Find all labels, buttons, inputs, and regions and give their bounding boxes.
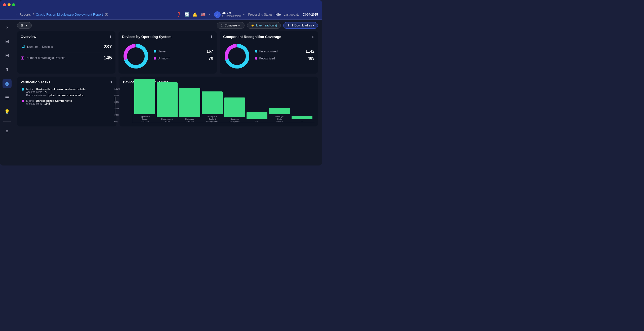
- bar-other: [292, 116, 312, 119]
- close-button[interactable]: [3, 3, 6, 6]
- component-coverage-donut: [223, 42, 251, 70]
- legend-dot-cyan: [154, 50, 156, 53]
- bell-icon[interactable]: 🔔: [192, 12, 197, 17]
- component-coverage-title: Component Recognition Coverage: [223, 35, 314, 39]
- help-icon[interactable]: ❓: [176, 12, 181, 17]
- bar-label-6: Java: [255, 120, 259, 123]
- overview-devices-value: 237: [103, 44, 112, 50]
- breadcrumb-separator: /: [33, 13, 34, 16]
- bar-label-1: ApplicationServerProducts: [140, 115, 150, 123]
- bar-weblogic-suite: [269, 108, 290, 114]
- info-icon[interactable]: ⓘ: [105, 12, 108, 17]
- sidebar-item-insights[interactable]: 💡: [3, 107, 12, 116]
- y-label-80: 80%: [114, 94, 120, 97]
- chevron-down-icon[interactable]: ▼: [209, 13, 211, 16]
- breadcrumb-parent[interactable]: Reports: [19, 13, 31, 16]
- title-bar: [0, 0, 322, 10]
- task-dot-pink: [22, 100, 24, 102]
- legend-dot-pink: [154, 57, 156, 60]
- maximize-button[interactable]: [12, 3, 15, 6]
- bar-col-8: ...: [292, 116, 312, 123]
- main-content: ⊟ ▼ ⊙ Compare → ⚡ Live (read only) ⬇ ⬇ D…: [14, 20, 322, 166]
- compare-button[interactable]: ⊙ Compare →: [217, 22, 245, 29]
- legend-item-recognized: Recognized 489: [255, 56, 314, 61]
- y-label-20: 20%: [114, 114, 120, 116]
- last-update-date: 03-04-2025: [303, 13, 318, 16]
- weblogic-icon: ⊞: [21, 55, 24, 61]
- bar-enterprise-content: [202, 91, 223, 114]
- toolbar-actions: ⊙ Compare → ⚡ Live (read only) ⬇ ⬇ Downl…: [217, 22, 318, 29]
- bar-col-4: EnterpriseContentManagement: [202, 91, 223, 123]
- last-update-label: Last update: [284, 13, 300, 16]
- top-cards-row: Overview ⬆ 🖥 Number of Devices 237 ⊞ Num…: [17, 31, 318, 74]
- bar-label-2: DevelopmentTools: [161, 118, 173, 123]
- bar-label-4: EnterpriseContentManagement: [206, 115, 218, 123]
- y-axis-labels: 100% 80% 60% 40% 20% 0%: [114, 88, 120, 123]
- devices-os-upload-icon[interactable]: ⬆: [210, 35, 213, 39]
- overview-row-weblogic: ⊞ Number of Weblogic Devices 145: [21, 53, 112, 62]
- monitor-icon: 🖥: [21, 44, 25, 49]
- sidebar-expand-icon[interactable]: ›: [3, 23, 12, 32]
- sidebar-item-analytics[interactable]: ≡: [3, 127, 12, 136]
- download-button[interactable]: ⬇ ⬇ Download as ▾: [283, 22, 318, 29]
- bar-label-5: BusinessIntelligence: [229, 118, 239, 123]
- download-label: ⬇ Download as ▾: [291, 24, 314, 27]
- overview-divider: [21, 52, 112, 52]
- bar-chart-wrapper: 100% 80% 60% 40% 20% 0% ApplicationServe…: [123, 88, 314, 123]
- processing-label: Processing Status: [248, 13, 273, 16]
- bar-label-7: WeblogicSuiteOptions: [275, 115, 284, 123]
- overview-upload-icon[interactable]: ⬆: [109, 35, 112, 39]
- component-coverage-legend: Unrecognized 1142 Recognized 489: [255, 49, 314, 63]
- bar-application-server: [134, 79, 155, 114]
- y-label-60: 60%: [114, 101, 120, 103]
- sidebar-item-inbox[interactable]: ☰: [3, 93, 12, 102]
- filter-button[interactable]: ⊟ ▼: [17, 22, 32, 29]
- app-body: › ⊞ ⊞ ⬆ ◎ ☰ 💡 ≡ ⊟ ▼ ⊙ Compare → ⚡ Live (…: [0, 20, 322, 166]
- bar-col-6: Java: [247, 112, 267, 123]
- filter-label: ▼: [25, 24, 28, 27]
- component-coverage-card: Component Recognition Coverage ⬆: [220, 31, 318, 74]
- bar-label-3: DatabaseProducts: [185, 118, 194, 123]
- header: ← Reports / Oracle Fusion Middleware Dep…: [0, 10, 322, 20]
- user-chevron-icon[interactable]: ▼: [243, 13, 245, 16]
- minimize-button[interactable]: [8, 3, 11, 6]
- bar-label-8: ...: [301, 120, 303, 123]
- back-button[interactable]: ←: [14, 13, 17, 16]
- component-coverage-upload-icon[interactable]: ⬆: [311, 35, 314, 39]
- verification-tasks-upload-icon[interactable]: ⬆: [110, 80, 113, 84]
- bar-col-7: WeblogicSuiteOptions: [269, 108, 290, 123]
- overview-weblogic-value: 145: [103, 55, 112, 61]
- user-info: Alex C. 🗁 Demo Project: [222, 12, 241, 17]
- processing-status: Idle: [275, 13, 281, 16]
- bar-development-tools: [157, 82, 178, 117]
- avatar: A: [214, 11, 221, 18]
- sidebar-item-upload[interactable]: ⬆: [3, 65, 12, 74]
- sidebar-item-apps[interactable]: ⊞: [3, 51, 12, 60]
- header-icons: ❓ 🔄 🔔 🇺🇸 ▼: [176, 12, 211, 17]
- live-label: Live (read only): [256, 24, 277, 27]
- overview-card: Overview ⬆ 🖥 Number of Devices 237 ⊞ Num…: [17, 31, 115, 74]
- legend-value-unrecognized: 1142: [305, 49, 314, 54]
- sidebar-item-dashboard[interactable]: ⊞: [3, 37, 12, 46]
- overview-devices-label: 🖥 Number of Devices: [21, 44, 53, 49]
- component-coverage-content: Unrecognized 1142 Recognized 489: [223, 42, 314, 70]
- refresh-icon[interactable]: 🔄: [184, 12, 189, 17]
- user-menu[interactable]: A Alex C. 🗁 Demo Project ▼: [214, 11, 245, 18]
- sidebar-item-reports[interactable]: ◎: [3, 79, 12, 88]
- overview-title: Overview: [21, 35, 112, 39]
- y-label-0: 0%: [114, 120, 120, 123]
- legend-value-unknown: 70: [209, 56, 213, 61]
- bar-chart: ApplicationServerProducts DevelopmentToo…: [132, 88, 314, 123]
- task-dot-cyan: [22, 88, 24, 91]
- header-status: ❓ 🔄 🔔 🇺🇸 ▼ A Alex C. 🗁 Demo Project ▼ Pr…: [176, 11, 318, 18]
- devices-os-content: Server 167 Unknown 70: [122, 42, 213, 70]
- task-item-1: Metric Hosts with unknown hardware detai…: [21, 88, 113, 97]
- bar-business-intelligence: [224, 97, 245, 117]
- verification-tasks-title: Verification Tasks: [21, 80, 113, 84]
- bar-col-5: BusinessIntelligence: [224, 97, 245, 123]
- devices-os-card: Devices by Operating System ⬆: [118, 31, 217, 74]
- legend-dot-unrecognized: [255, 50, 257, 53]
- breadcrumb: ← Reports / Oracle Fusion Middleware Dep…: [14, 12, 108, 17]
- devices-os-donut: [122, 42, 150, 70]
- live-button[interactable]: ⚡ Live (read only): [247, 22, 281, 29]
